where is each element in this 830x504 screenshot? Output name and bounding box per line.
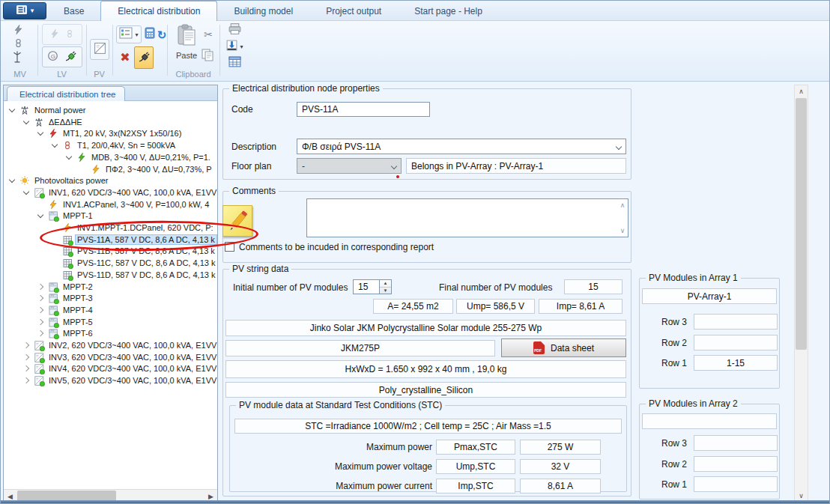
tree-item[interactable]: INV3, 620 VDC/3~400 VAC, 100,0 kVA, E1VV — [4, 352, 217, 364]
tree-item[interactable]: PVS-11D, 587 V DC, 8,6 A DC, 4,13 k — [4, 270, 217, 282]
tree-expander-icon[interactable] — [52, 142, 58, 148]
tab-base[interactable]: Base — [47, 1, 100, 21]
scroll-down-icon[interactable]: ∨ — [619, 227, 626, 234]
tree-item[interactable]: PVMPPT-5 — [4, 317, 217, 329]
tab-building-model[interactable]: Building model — [217, 1, 309, 21]
tree-item[interactable]: PVMPPT-3 — [4, 293, 217, 305]
comments-report-checkbox[interactable] — [225, 242, 234, 252]
table-report-button[interactable] — [225, 56, 243, 70]
array2-row-field[interactable] — [694, 456, 778, 472]
tree-item-label: PVS-11B, 587 V DC, 8,6 A DC, 4,13 k — [76, 246, 216, 255]
print-button[interactable] — [225, 22, 243, 37]
mv-wind-turbine-button[interactable] — [10, 51, 25, 66]
calculate-button[interactable] — [144, 25, 156, 43]
tree-expander-icon[interactable] — [9, 177, 15, 183]
tree-item[interactable]: PVMPPT-2 — [4, 282, 217, 294]
tree-expander-icon[interactable] — [23, 189, 29, 195]
tree-expander-icon[interactable] — [23, 342, 29, 348]
tree-view-button[interactable]: ▾ — [116, 25, 142, 43]
export-button[interactable]: ▾ — [225, 39, 243, 54]
comments-textarea[interactable]: ∧ ∨ — [306, 198, 628, 237]
tree-item-label: PVS-11C, 587 V DC, 8,6 A DC, 4,13 k — [76, 258, 216, 267]
tab-start-page-help[interactable]: Start page - Help — [398, 1, 499, 21]
floor-plan-combobox[interactable]: - — [297, 158, 402, 174]
tree-expander-icon[interactable] — [37, 130, 43, 136]
tab-electrical-distribution[interactable]: Electrical distribution — [100, 1, 217, 21]
tree-item[interactable]: INV1.ACPanel, 3~400 V, P=100,0 kW, 4 — [4, 199, 217, 211]
plug-green-icon[interactable] — [64, 49, 77, 65]
tree-expander-icon[interactable] — [66, 154, 72, 160]
tree-item[interactable]: INV1.MPPT-1.DCPanel, 620 VDC, P: — [4, 222, 217, 234]
tree-item-label: INV3, 620 VDC/3~400 VAC, 100,0 kVA, E1VV — [47, 353, 217, 362]
tree-expander-icon[interactable] — [9, 106, 15, 112]
spinner-down-icon[interactable]: ▼ — [380, 288, 391, 294]
tab-project-output[interactable]: Project output — [309, 1, 398, 21]
tree-item-label: PVS-11D, 587 V DC, 8,6 A DC, 4,13 k — [76, 270, 216, 279]
tree-expander-icon[interactable] — [23, 365, 29, 371]
window-bottom-edge — [1, 500, 829, 503]
tree-item[interactable]: PVS-11C, 587 V DC, 8,6 A DC, 4,13 k — [4, 258, 217, 270]
refresh-button[interactable]: ↻ — [156, 25, 168, 43]
tree-expander-icon[interactable] — [37, 330, 43, 336]
tree-item[interactable]: PVMPPT-4 — [4, 305, 217, 317]
array1-row-label: Row 1 — [643, 358, 687, 368]
tree-item-label: MPPT-6 — [61, 329, 94, 338]
ribbon-group-lv: G LV — [37, 21, 86, 81]
tree-item[interactable]: PVS-11A, 587 V DC, 8,6 A DC, 4,13 k — [4, 234, 217, 246]
comments-note-icon[interactable] — [222, 205, 252, 237]
tree-item[interactable]: T1, 20/0,4kV, Sn = 500kVA — [4, 140, 217, 152]
spinner-up-icon[interactable]: ▲ — [380, 280, 391, 288]
tree-item-label: ΠΦ2, 3~400 V, ΔU=0,73%, P — [104, 165, 213, 174]
initial-modules-input[interactable]: 15 — [353, 279, 380, 294]
tree-expander-icon[interactable] — [23, 353, 29, 359]
pdf-icon — [533, 341, 545, 354]
tree-item[interactable]: MT1, 20 kV, 3x(N2XSY 1x50/16) — [4, 128, 217, 140]
array2-row-field[interactable] — [694, 435, 778, 451]
mv-transformer-button[interactable] — [11, 37, 25, 50]
scroll-up-icon[interactable]: ∧ — [795, 85, 808, 97]
tree-item[interactable]: PVMPPT-6 — [4, 328, 217, 340]
tree-item[interactable]: Normal power — [4, 105, 217, 117]
delete-node-button[interactable]: ✖ — [118, 48, 133, 67]
bolt-red-icon — [49, 129, 60, 139]
array2-row-field[interactable] — [694, 476, 778, 492]
tree-item[interactable]: INV4, 620 VDC/3~400 VAC, 100,0 kVA, E1VV — [4, 363, 217, 375]
tree-item[interactable]: PVMPPT-1 — [4, 210, 217, 222]
app-window: ▾ BaseElectrical distributionBuilding mo… — [0, 0, 830, 504]
tree-item[interactable]: Photovoltaics power — [4, 175, 217, 187]
array1-row-field[interactable] — [694, 314, 778, 330]
array1-row-field[interactable]: 1-15 — [694, 355, 778, 371]
description-combobox[interactable]: Φ/Β σειρά PVS-11A — [297, 139, 626, 154]
svg-text:PV: PV — [51, 318, 55, 321]
tree-item-label: Normal power — [33, 106, 87, 115]
tree-expander-icon[interactable] — [37, 318, 43, 324]
tree-panel-tab[interactable]: Electrical distribution tree — [7, 86, 125, 101]
tree-expander-icon[interactable] — [37, 307, 43, 313]
tree-item[interactable]: MDB, 3~400 V, ΔU=0,21%, P=1. — [4, 152, 217, 164]
tree-expander-icon[interactable] — [37, 212, 43, 218]
tree-expander-icon[interactable] — [37, 295, 43, 301]
data-sheet-button[interactable]: Data sheet — [501, 338, 626, 357]
tree-expander-icon[interactable] — [23, 118, 29, 124]
tree-item[interactable]: INV5, 620 VDC/3~400 VAC, 100,0 kVA, E1VV — [4, 375, 217, 387]
tree-item[interactable]: ΔΕΔΔΗΕ — [4, 117, 217, 129]
cut-button[interactable]: ✂ — [202, 27, 215, 42]
tree-item[interactable]: ΠΦ2, 3~400 V, ΔU=0,73%, P — [4, 164, 217, 176]
mv-line-button[interactable] — [11, 24, 25, 37]
tree-expander-icon[interactable] — [23, 377, 29, 383]
code-input[interactable]: PVS-11A — [297, 102, 430, 117]
generator-icon[interactable]: G — [47, 50, 58, 64]
tree-item[interactable]: INV2, 620 VDC/3~400 VAC, 100,0 kVA, E1VV — [4, 340, 217, 352]
copy-button[interactable] — [200, 48, 215, 64]
scroll-up-icon[interactable]: ∧ — [619, 201, 626, 209]
vertical-scrollbar[interactable]: ∧ ∨ — [794, 85, 808, 503]
tree-expander-icon[interactable] — [37, 283, 43, 289]
array1-row-field[interactable] — [694, 335, 778, 350]
scrollbar-thumb[interactable] — [796, 98, 807, 350]
connect-node-button[interactable] — [134, 46, 154, 69]
tree-item[interactable]: INV1, 620 VDC/3~400 VAC, 100,0 kVA, E1VV — [4, 187, 217, 199]
app-menu-button[interactable]: ▾ — [3, 2, 46, 19]
pv-panel-button[interactable] — [90, 39, 109, 60]
paste-button[interactable]: Paste — [173, 24, 200, 67]
tree-item[interactable]: PVS-11B, 587 V DC, 8,6 A DC, 4,13 k — [4, 246, 217, 258]
